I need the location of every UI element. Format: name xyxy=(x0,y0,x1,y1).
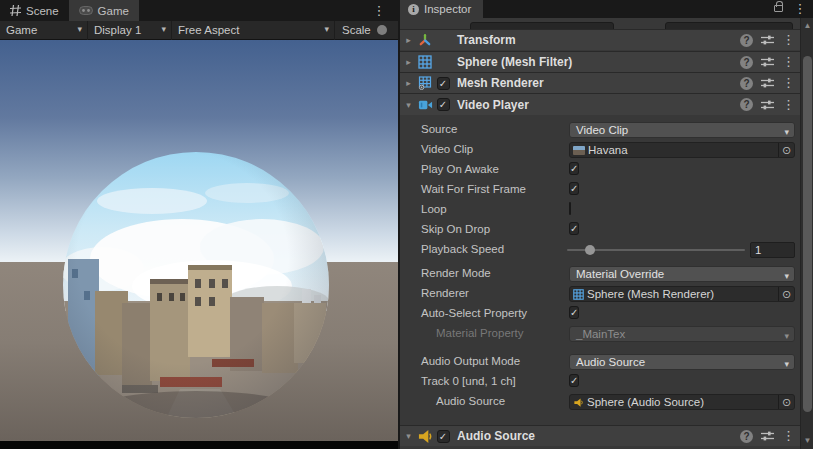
component-menu-icon[interactable] xyxy=(782,428,792,444)
video-clip-thumbnail-icon xyxy=(573,146,585,155)
component-title: Audio Source xyxy=(457,429,535,443)
foldout-arrow-icon[interactable] xyxy=(400,431,417,441)
component-enabled-checkbox[interactable] xyxy=(437,430,450,443)
play-on-awake-checkbox[interactable] xyxy=(569,162,579,175)
object-picker-icon[interactable] xyxy=(778,143,794,157)
dropdown-value: Video Clip xyxy=(576,124,628,136)
tab-inspector[interactable]: Inspector xyxy=(400,0,483,18)
row-renderer: Renderer Sphere (Mesh Renderer) xyxy=(400,284,802,304)
video-player-properties: Source Video Clip Video Clip Havana Play… xyxy=(400,115,802,418)
clipped-widget xyxy=(665,22,793,29)
foldout-arrow-icon[interactable] xyxy=(400,100,417,110)
scroll-down-icon[interactable] xyxy=(801,435,813,447)
help-icon[interactable] xyxy=(740,56,753,69)
field-label: Source xyxy=(421,123,457,135)
component-menu-icon[interactable] xyxy=(782,97,792,113)
component-header-video-player[interactable]: Video Player xyxy=(400,93,802,115)
row-video-clip: Video Clip Havana xyxy=(400,140,802,160)
field-label: Renderer xyxy=(421,287,469,299)
component-enabled-checkbox[interactable] xyxy=(437,98,450,111)
scroll-up-icon[interactable] xyxy=(801,20,813,32)
component-header-transform[interactable]: Transform xyxy=(400,29,802,50)
inspector-menu-button[interactable] xyxy=(793,1,807,17)
foldout-arrow-icon[interactable] xyxy=(400,35,417,45)
field-label: Video Clip xyxy=(421,143,473,155)
component-menu-icon[interactable] xyxy=(782,54,792,70)
field-label: Render Mode xyxy=(421,267,491,279)
scrollbar-thumb[interactable] xyxy=(803,56,812,412)
field-label: Playback Speed xyxy=(421,243,504,255)
help-icon[interactable] xyxy=(740,98,753,111)
dropdown-value: Audio Source xyxy=(576,356,645,368)
component-header-mesh-renderer[interactable]: Mesh Renderer xyxy=(400,72,802,93)
audio-source-object-field[interactable]: Sphere (Audio Source) xyxy=(569,394,795,410)
tab-inspector-label: Inspector xyxy=(424,3,471,15)
row-track-0: Track 0 [und, 1 ch] xyxy=(400,372,802,392)
audio-output-mode-dropdown[interactable]: Audio Source xyxy=(569,354,795,370)
help-icon[interactable] xyxy=(740,34,753,47)
lock-icon[interactable] xyxy=(774,5,783,12)
material-property-dropdown: _MainTex xyxy=(569,326,795,342)
game-mode-dropdown[interactable]: Game xyxy=(0,21,88,40)
help-icon[interactable] xyxy=(740,77,753,90)
inspector-tabbar: Inspector xyxy=(400,0,813,18)
presets-icon[interactable] xyxy=(761,56,774,68)
track-0-checkbox[interactable] xyxy=(569,374,579,387)
inspector-scrollbar[interactable] xyxy=(800,18,813,449)
row-loop: Loop xyxy=(400,200,802,220)
presets-icon[interactable] xyxy=(761,430,774,442)
transform-icon xyxy=(417,32,433,48)
foldout-arrow-icon[interactable] xyxy=(400,78,417,88)
foldout-arrow-icon[interactable] xyxy=(400,57,417,67)
display-dropdown[interactable]: Display 1 xyxy=(88,21,172,40)
scale-slider-knob[interactable] xyxy=(377,25,387,35)
wait-for-first-frame-checkbox[interactable] xyxy=(569,182,579,195)
loop-checkbox[interactable] xyxy=(569,202,571,215)
object-picker-icon[interactable] xyxy=(778,395,794,409)
skip-on-drop-checkbox[interactable] xyxy=(569,222,579,235)
playback-speed-value-field[interactable]: 1 xyxy=(750,242,795,258)
component-header-audio-source[interactable]: Audio Source xyxy=(400,425,802,446)
mesh-renderer-icon xyxy=(573,289,584,300)
video-clip-object-field[interactable]: Havana xyxy=(569,142,795,158)
presets-icon[interactable] xyxy=(761,77,774,89)
tab-scene[interactable]: Scene xyxy=(0,0,69,21)
scrolled-content-sliver xyxy=(400,18,802,29)
dropdown-value: Material Override xyxy=(576,268,664,280)
chevron-down-icon xyxy=(161,24,166,34)
field-label: Play On Awake xyxy=(421,163,499,175)
playback-speed-slider-knob[interactable] xyxy=(585,245,595,255)
component-header-mesh-filter[interactable]: Sphere (Mesh Filter) xyxy=(400,51,802,72)
object-picker-icon[interactable] xyxy=(778,287,794,301)
game-panel: Scene Game Game Display 1 Free Aspect xyxy=(0,0,398,449)
display-dropdown-value: Display 1 xyxy=(94,24,141,36)
row-wait-for-first-frame: Wait For First Frame xyxy=(400,180,802,200)
chevron-down-icon xyxy=(324,24,329,34)
presets-icon[interactable] xyxy=(761,34,774,46)
render-mode-dropdown[interactable]: Material Override xyxy=(569,266,795,282)
source-dropdown[interactable]: Video Clip xyxy=(569,122,795,138)
row-audio-output-mode: Audio Output Mode Audio Source xyxy=(400,352,802,372)
renderer-object-field[interactable]: Sphere (Mesh Renderer) xyxy=(569,286,795,302)
aspect-dropdown-value: Free Aspect xyxy=(178,24,239,36)
game-viewport[interactable] xyxy=(0,40,398,441)
presets-icon[interactable] xyxy=(761,99,774,111)
audio-source-icon xyxy=(573,397,584,408)
auto-select-property-checkbox[interactable] xyxy=(569,306,579,319)
audio-source-icon xyxy=(417,428,433,444)
component-menu-icon[interactable] xyxy=(782,75,792,91)
info-icon xyxy=(408,4,419,15)
mesh-filter-icon xyxy=(417,54,433,70)
tab-scene-label: Scene xyxy=(26,5,59,17)
help-icon[interactable] xyxy=(740,430,753,443)
game-toolbar: Game Display 1 Free Aspect Scale xyxy=(0,21,398,40)
video-player-icon xyxy=(417,97,433,113)
component-menu-icon[interactable] xyxy=(782,32,792,48)
unity-editor-window: Scene Game Game Display 1 Free Aspect xyxy=(0,0,813,449)
aspect-ratio-dropdown[interactable]: Free Aspect xyxy=(172,21,335,40)
tab-game[interactable]: Game xyxy=(69,0,139,21)
game-panel-menu-button[interactable] xyxy=(372,3,386,19)
inspector-panel: Inspector Transform xyxy=(398,0,813,449)
component-title: Mesh Renderer xyxy=(457,76,544,90)
component-enabled-checkbox[interactable] xyxy=(437,77,450,90)
